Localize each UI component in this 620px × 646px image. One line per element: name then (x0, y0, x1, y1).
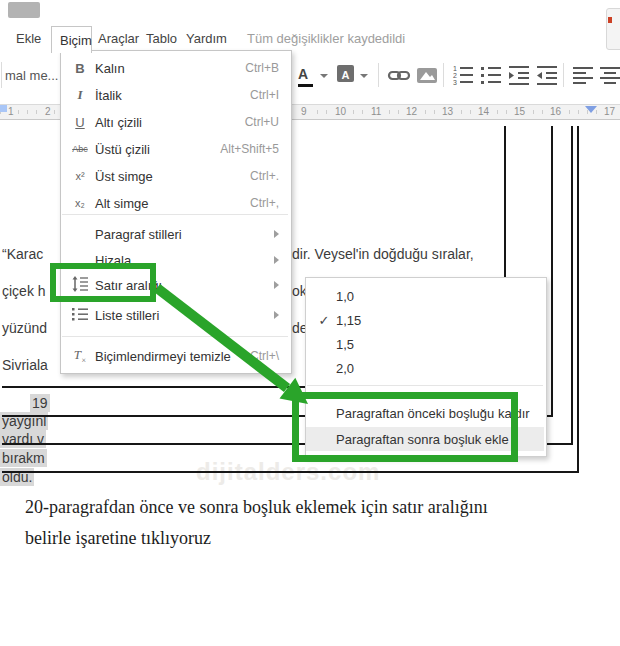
menu-item-italik[interactable]: I İtalik Ctrl+I (61, 82, 289, 108)
paragraph-style-selector[interactable]: mal me... (5, 68, 58, 83)
right-edge-button-badge (608, 17, 612, 23)
menu-item-paragraf-stilleri[interactable]: Paragraf stilleri (61, 221, 289, 247)
align-right-icon[interactable] (614, 63, 620, 87)
submenu-arrow-icon (274, 311, 279, 319)
table-border (2, 471, 579, 473)
menu-item-ust-simge[interactable]: x² Üst simge Ctrl+. (61, 163, 289, 189)
ruler-margin-marker[interactable] (585, 106, 597, 113)
ruler-number: 9 (299, 106, 309, 118)
toolbar-separator (1, 62, 2, 88)
toolbar-separator (563, 63, 564, 87)
superscript-icon: x² (69, 170, 91, 182)
google-docs-window: Ekle Biçim Araçlar Tablo Yardım Tüm deği… (0, 0, 620, 646)
submenu-item-1-15[interactable]: ✓ 1,15 (306, 308, 544, 332)
menubar-item-araclar[interactable]: Araçlar (98, 31, 139, 46)
table-border (504, 126, 506, 277)
bulleted-list-icon[interactable] (479, 63, 503, 87)
text-color-dropdown-icon[interactable] (320, 74, 328, 78)
highlight-color-icon[interactable]: A (337, 65, 354, 82)
menu-item-ustu-cizili[interactable]: Abc Üstü çizili Alt+Shift+5 (61, 136, 289, 162)
menu-separator (62, 336, 288, 337)
checkmark-icon: ✓ (312, 313, 336, 328)
italic-icon: I (69, 87, 91, 103)
submenu-arrow-icon (274, 256, 279, 264)
menubar-item-tablo[interactable]: Tablo (146, 31, 177, 46)
numbered-list-icon[interactable]: 123 (451, 63, 475, 87)
caption-line-2: belirle işaretine tıklıyoruz (25, 528, 211, 549)
menu-item-liste-stilleri[interactable]: Liste stilleri (61, 302, 289, 328)
ruler-number: 1 (6, 106, 16, 118)
submenu-item-1-5[interactable]: 1,5 (306, 332, 544, 356)
text-color-icon[interactable]: A (298, 65, 313, 87)
ruler-number: 2 (43, 106, 53, 118)
doc-selected-fragment: 19 (30, 395, 50, 411)
subscript-icon: x₂ (69, 197, 91, 209)
submenu-item-1-0[interactable]: 1,0 (306, 284, 544, 308)
menu-item-hizala[interactable]: Hizala (61, 247, 289, 273)
svg-text:1: 1 (453, 65, 457, 72)
doc-text-fragment: çiçek h (2, 283, 46, 299)
svg-text:3: 3 (453, 79, 457, 86)
menu-item-kalin[interactable]: B Kalın Ctrl+B (61, 55, 289, 81)
folder-icon[interactable] (8, 2, 40, 18)
underline-icon: U (69, 115, 91, 130)
menubar-item-yardim[interactable]: Yardım (186, 31, 227, 46)
submenu-item-add-space-after[interactable]: Paragraftan sonra boşluk ekle (306, 427, 544, 451)
insert-image-icon[interactable] (415, 63, 439, 87)
table-border (2, 415, 305, 417)
table-border (551, 126, 553, 417)
ruler-right[interactable]: 9 10 11 12 13 14 15 16 17 (290, 104, 620, 120)
table-border (571, 126, 573, 445)
line-spacing-icon (69, 276, 91, 295)
align-left-icon[interactable] (571, 63, 595, 87)
ruler-number: 12 (404, 106, 419, 118)
menu-item-satir-araligi[interactable]: Satır aralığı (61, 272, 289, 298)
doc-selected-fragment: bırakm (0, 450, 47, 466)
list-styles-icon (69, 307, 91, 324)
doc-text-line: dir. Veysel'in doğduğu sıralar, (292, 246, 498, 262)
table-border (545, 443, 573, 445)
doc-text-fragment: yüzünd (2, 320, 47, 336)
menubar-item-bicim-label: Biçim (60, 33, 92, 48)
svg-text:2: 2 (453, 72, 457, 79)
ruler-number: 13 (440, 106, 455, 118)
ruler-left[interactable]: 1 2 (0, 104, 60, 120)
strikethrough-icon: Abc (69, 144, 91, 154)
toolbar-separator (443, 63, 444, 87)
submenu-item-remove-space-before[interactable]: Paragraftan önceki boşluğu kaldır (306, 401, 544, 425)
increase-indent-icon[interactable] (535, 63, 559, 87)
menu-separator (62, 214, 288, 215)
ruler-number: 11 (369, 106, 383, 118)
ruler-number: 15 (512, 106, 527, 118)
menu-item-bicimlendirmeyi-temizle[interactable]: T× Biçimlendirmeyi temizle Ctrl+\ (61, 343, 289, 369)
insert-link-icon[interactable] (387, 63, 411, 87)
table-border (577, 126, 579, 473)
submenu-item-2-0[interactable]: 2,0 (306, 356, 544, 380)
line-spacing-submenu: 1,0 ✓ 1,15 1,5 2,0 Paragraftan önceki bo… (305, 277, 547, 457)
menu-separator (307, 385, 543, 386)
highlight-color-dropdown-icon[interactable] (360, 74, 368, 78)
menu-item-alti-cizili[interactable]: U Altı çizili Ctrl+U (61, 109, 289, 135)
menubar-item-ekle[interactable]: Ekle (16, 31, 41, 46)
caption-line-1: 20-paragrafdan önce ve sonra boşluk ekle… (25, 497, 488, 518)
menubar-item-bicim[interactable]: Biçim (51, 26, 92, 53)
toolbar-separator (378, 63, 379, 87)
clear-formatting-icon: T× (69, 347, 91, 365)
doc-text-fragment: Sivriala (2, 357, 48, 373)
decrease-indent-icon[interactable] (507, 63, 531, 87)
ruler-number: 14 (476, 106, 491, 118)
ruler-indent-marker[interactable] (0, 105, 7, 112)
format-menu: B Kalın Ctrl+B I İtalik Ctrl+I U Altı çi… (60, 50, 292, 374)
save-status: Tüm değişiklikler kaydedildi (247, 31, 405, 46)
right-edge-button[interactable] (606, 8, 620, 50)
table-border (2, 443, 305, 445)
menu-item-alt-simge[interactable]: x₂ Alt simge Ctrl+, (61, 190, 289, 216)
submenu-arrow-icon (274, 281, 279, 289)
ruler-number: 10 (333, 106, 348, 118)
doc-text-fragment: “Karac (2, 246, 43, 262)
bold-icon: B (69, 61, 91, 76)
ruler-number: 17 (602, 106, 617, 118)
table-border (2, 386, 305, 388)
ruler-number: 16 (548, 106, 563, 118)
submenu-arrow-icon (274, 230, 279, 238)
